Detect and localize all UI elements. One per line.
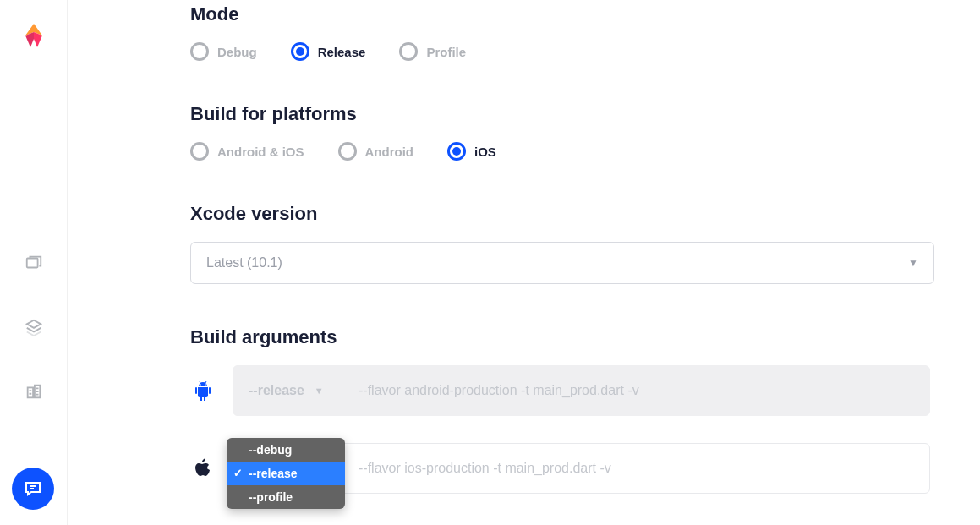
svg-point-3: [200, 384, 201, 386]
apple-icon: [190, 457, 216, 479]
platforms-title: Build for platforms: [190, 103, 980, 125]
android-icon: [190, 380, 216, 402]
radio-label: Android: [365, 145, 414, 159]
platform-android[interactable]: Android: [338, 142, 414, 161]
mode-radio-group: Debug Release Profile: [190, 42, 980, 61]
chevron-down-icon: ▼: [315, 386, 324, 396]
chevron-down-icon: ▼: [908, 257, 918, 269]
dropdown-item-debug[interactable]: --debug: [227, 438, 345, 462]
dropdown-label: --profile: [249, 490, 293, 504]
sidebar: [0, 0, 68, 525]
android-args-value: --flavor android-production -t main_prod…: [359, 383, 639, 398]
mode-debug[interactable]: Debug: [190, 42, 257, 61]
radio-label: iOS: [474, 145, 496, 159]
xcode-value: Latest (10.1): [206, 255, 282, 271]
svg-rect-0: [26, 259, 37, 268]
ios-args-value: --flavor ios-production -t main_prod.dar…: [359, 461, 611, 476]
xcode-version-select[interactable]: Latest (10.1) ▼: [190, 242, 934, 284]
radio-label: Profile: [426, 45, 466, 59]
mode-release[interactable]: Release: [291, 42, 366, 61]
android-mode-value: --release: [249, 383, 304, 398]
radio-icon: [447, 142, 466, 161]
main-content: Mode Debug Release Profile Build for pla…: [68, 0, 980, 521]
dropdown-item-profile[interactable]: --profile: [227, 485, 345, 509]
android-args-box: --release ▼ --flavor android-production …: [233, 365, 930, 416]
platforms-radio-group: Android & iOS Android iOS: [190, 142, 980, 161]
radio-icon: [338, 142, 357, 161]
mode-dropdown: --debug ✓ --release --profile: [227, 438, 345, 509]
layers-icon[interactable]: [25, 318, 43, 340]
svg-rect-1: [27, 387, 32, 397]
radio-label: Android & iOS: [217, 145, 304, 159]
mode-profile[interactable]: Profile: [399, 42, 466, 61]
radio-icon: [291, 42, 309, 61]
platform-ios[interactable]: iOS: [447, 142, 496, 161]
svg-point-4: [205, 384, 206, 386]
builds-icon[interactable]: [25, 382, 43, 404]
radio-icon: [399, 42, 418, 61]
check-icon: ✓: [233, 467, 243, 479]
logo: [17, 20, 51, 57]
svg-rect-5: [195, 387, 197, 394]
xcode-title: Xcode version: [190, 203, 980, 225]
android-build-row: --release ▼ --flavor android-production …: [190, 365, 980, 416]
radio-label: Release: [318, 45, 366, 59]
projects-icon[interactable]: [25, 254, 43, 276]
radio-icon: [190, 42, 209, 61]
dropdown-label: --debug: [249, 443, 292, 457]
svg-rect-6: [209, 387, 211, 394]
android-mode-select[interactable]: --release ▼: [249, 383, 359, 398]
chat-button[interactable]: [12, 468, 54, 510]
radio-icon: [190, 142, 209, 161]
dropdown-label: --release: [249, 467, 298, 480]
sidebar-nav: [25, 254, 43, 404]
mode-title: Mode: [190, 3, 980, 25]
dropdown-item-release[interactable]: ✓ --release: [227, 462, 345, 485]
radio-label: Debug: [217, 45, 257, 59]
build-args-title: Build arguments: [190, 326, 980, 348]
platform-both[interactable]: Android & iOS: [190, 142, 304, 161]
